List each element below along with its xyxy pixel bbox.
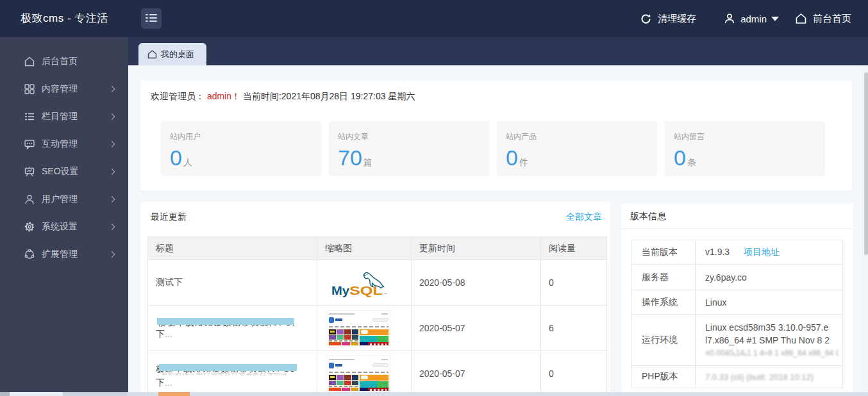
svg-text:My: My	[331, 284, 349, 297]
svg-text:™: ™	[383, 292, 387, 296]
svg-text:SQL: SQL	[349, 284, 383, 297]
